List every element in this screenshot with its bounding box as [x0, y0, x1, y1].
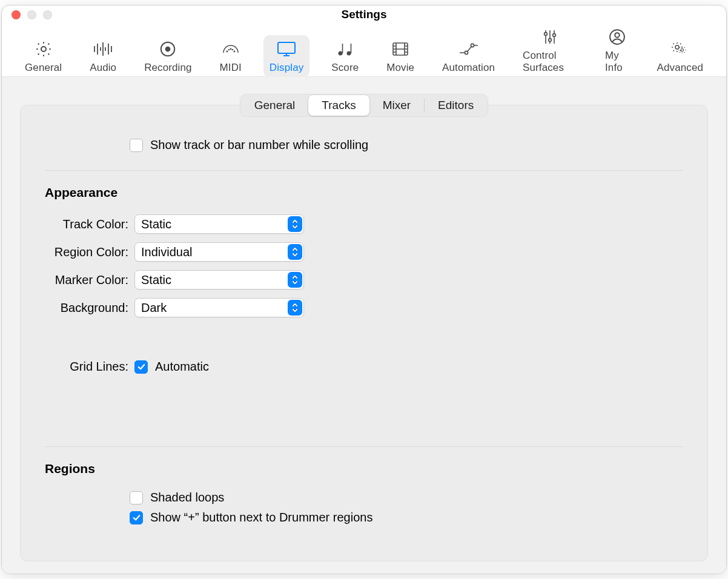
svg-point-10: [165, 46, 171, 51]
appearance-form: Track Color: Static Region Color: Indivi…: [45, 214, 683, 317]
label-region-color: Region Color:: [45, 245, 128, 259]
label-background: Background:: [45, 301, 128, 315]
checkbox-grid-lines-label: Automatic: [155, 360, 209, 374]
toolbar-label: Advanced: [657, 62, 703, 74]
option-show-track-bar-number: Show track or bar number while scrolling: [45, 138, 683, 152]
toolbar-automation[interactable]: Automation: [436, 35, 501, 78]
section-regions-title: Regions: [45, 462, 683, 476]
person-circle-icon: [606, 28, 628, 46]
window-title: Settings: [2, 8, 726, 21]
select-region-color-value: Individual: [141, 245, 193, 259]
svg-point-19: [338, 51, 342, 55]
music-notes-icon: [334, 40, 356, 58]
select-marker-color[interactable]: Static: [134, 270, 304, 290]
svg-point-37: [549, 38, 552, 41]
select-background-value: Dark: [141, 301, 167, 315]
select-track-color[interactable]: Static: [134, 214, 304, 234]
checkbox-show-number-label: Show track or bar number while scrolling: [150, 138, 368, 152]
svg-point-31: [465, 51, 468, 54]
midi-icon: [220, 40, 242, 58]
toolbar-my-info[interactable]: My Info: [599, 23, 635, 78]
toolbar-label: Automation: [442, 62, 495, 74]
subtab-tracks[interactable]: Tracks: [308, 95, 369, 116]
chevrons-up-down-icon: [288, 244, 302, 260]
option-show-plus-drummer: Show “+” button next to Drummer regions: [130, 511, 683, 524]
regions-options: Shaded loops Show “+” button next to Dru…: [45, 491, 683, 524]
grid-lines-row: Grid Lines: Automatic: [45, 360, 683, 374]
titlebar: Settings: [2, 5, 726, 24]
svg-point-41: [675, 45, 679, 49]
label-grid-lines: Grid Lines:: [45, 360, 128, 374]
checkbox-show-plus-drummer-label: Show “+” button next to Drummer regions: [150, 511, 372, 524]
toolbar-label: Display: [270, 62, 303, 74]
toolbar-label: MIDI: [220, 62, 242, 74]
toolbar-display[interactable]: Display: [263, 35, 309, 78]
toolbar-label: Recording: [144, 62, 191, 74]
svg-point-12: [230, 48, 231, 50]
select-background[interactable]: Dark: [134, 298, 304, 317]
label-marker-color: Marker Color:: [45, 273, 128, 287]
svg-point-13: [233, 50, 235, 52]
gears-icon: [669, 40, 691, 58]
toolbar: General Audio Recording MIDI: [2, 24, 726, 77]
svg-point-0: [41, 47, 46, 51]
toolbar-items: General Audio Recording MIDI: [19, 23, 709, 78]
sliders-icon: [539, 28, 561, 46]
record-icon: [157, 40, 179, 58]
toolbar-midi[interactable]: MIDI: [214, 35, 248, 78]
tracks-panel: Show track or bar number while scrolling…: [20, 105, 708, 561]
svg-point-15: [232, 48, 233, 50]
toolbar-score[interactable]: Score: [325, 35, 365, 78]
checkbox-show-plus-drummer[interactable]: [130, 511, 143, 524]
divider: [45, 170, 683, 171]
toolbar-label: Movie: [386, 62, 414, 74]
subtab-general[interactable]: General: [241, 95, 309, 116]
toolbar-label: Audio: [90, 62, 116, 74]
subtab-mixer[interactable]: Mixer: [369, 95, 424, 116]
settings-window: Settings General Audio Recording: [1, 5, 727, 574]
svg-point-11: [226, 50, 228, 52]
toolbar-recording[interactable]: Recording: [138, 35, 197, 78]
select-marker-color-value: Static: [141, 273, 171, 287]
chevrons-up-down-icon: [288, 216, 302, 232]
select-track-color-value: Static: [141, 217, 171, 231]
label-track-color: Track Color:: [45, 217, 128, 231]
divider: [45, 446, 683, 447]
svg-point-14: [228, 48, 230, 50]
svg-rect-16: [278, 42, 295, 53]
checkbox-grid-lines-automatic[interactable]: [134, 360, 148, 374]
svg-point-21: [346, 51, 351, 55]
section-appearance-title: Appearance: [45, 185, 683, 200]
waveform-icon: [92, 40, 114, 58]
toolbar-audio[interactable]: Audio: [84, 35, 122, 78]
option-shaded-loops: Shaded loops: [130, 491, 683, 505]
checkbox-show-number[interactable]: [130, 139, 143, 152]
toolbar-advanced[interactable]: Advanced: [651, 35, 709, 78]
chevrons-up-down-icon: [288, 300, 302, 316]
toolbar-label: Score: [331, 62, 359, 74]
settings-body: General Tracks Mixer Editors Show track …: [2, 77, 726, 574]
toolbar-label: Control Surfaces: [523, 50, 577, 74]
svg-point-38: [553, 33, 556, 36]
toolbar-general[interactable]: General: [19, 35, 68, 78]
automation-icon: [458, 40, 480, 58]
checkbox-shaded-loops-label: Shaded loops: [150, 491, 224, 505]
svg-point-40: [615, 33, 620, 38]
display-subtabs: General Tracks Mixer Editors: [240, 94, 489, 117]
toolbar-label: General: [25, 62, 62, 74]
subtab-editors[interactable]: Editors: [425, 95, 487, 116]
chevrons-up-down-icon: [288, 272, 302, 288]
toolbar-movie[interactable]: Movie: [380, 35, 420, 78]
gear-icon: [33, 40, 55, 58]
monitor-icon: [276, 40, 297, 58]
toolbar-label: My Info: [605, 50, 629, 74]
svg-point-42: [681, 48, 683, 51]
checkbox-shaded-loops[interactable]: [130, 491, 143, 505]
svg-point-36: [544, 32, 548, 35]
select-region-color[interactable]: Individual: [134, 242, 304, 262]
svg-point-32: [471, 44, 474, 47]
film-icon: [389, 40, 411, 58]
toolbar-control-surfaces[interactable]: Control Surfaces: [517, 23, 583, 78]
